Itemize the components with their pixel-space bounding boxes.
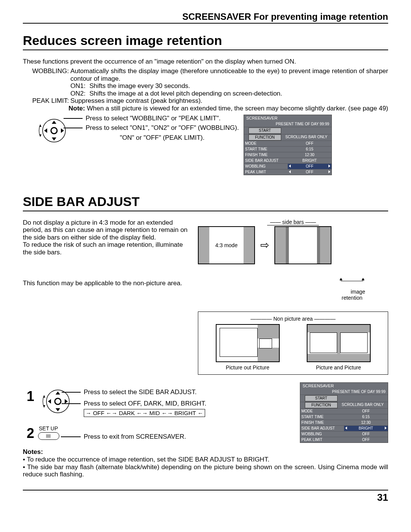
sba-para-1: Do not display a picture in 4:3 mode for… bbox=[23, 219, 190, 241]
note-label: Note: bbox=[68, 105, 85, 112]
non-picture-box: ———— Non picture area ———— Picture out P… bbox=[198, 312, 388, 375]
sba-para-2: To reduce the risk of such an image rete… bbox=[23, 241, 190, 256]
step2-line: Press to exit from SCREENSAVER. bbox=[84, 433, 186, 440]
peak-label: PEAK LIMIT: bbox=[30, 97, 70, 105]
svg-marker-20 bbox=[43, 405, 45, 407]
non-picture-label: Non picture area bbox=[273, 316, 313, 322]
note-text: When a still picture is viewed for an ex… bbox=[85, 105, 388, 112]
svg-marker-12 bbox=[362, 278, 365, 280]
mode-43-label: 4:3 mode bbox=[215, 242, 237, 248]
svg-marker-17 bbox=[48, 399, 51, 404]
dial-instruction-1: Press to select "WOBBLING" or "PEAK LIMI… bbox=[86, 115, 244, 122]
dial-instruction-2: Press to select "ON1", "ON2" or "OFF" (W… bbox=[86, 124, 244, 132]
svg-marker-16 bbox=[56, 408, 60, 411]
wobbling-label: WOBBLING: bbox=[30, 67, 70, 97]
step1-line1: Press to select the SIDE BAR ADJUST. bbox=[84, 388, 292, 396]
step-2-num: 2 bbox=[23, 425, 38, 441]
screen-43-mode: 4:3 mode bbox=[198, 226, 255, 264]
step1-sequence: → OFF ←→ DARK ←→ MID ←→ BRIGHT ← bbox=[84, 409, 205, 417]
svg-marker-2 bbox=[52, 121, 56, 124]
dial-icon bbox=[38, 116, 72, 145]
note-row: Note: When a still picture is viewed for… bbox=[68, 105, 388, 112]
image-retention-label: image retention bbox=[342, 289, 365, 301]
page-header: SCREENSAVER For preventing image retenti… bbox=[23, 11, 388, 24]
arrow-icon: ⇨ bbox=[260, 239, 269, 251]
setup-button-icon bbox=[38, 432, 59, 440]
svg-marker-19 bbox=[43, 395, 45, 398]
setup-label: SET UP bbox=[39, 425, 84, 431]
screen-pop bbox=[216, 324, 280, 362]
page-number: 31 bbox=[23, 492, 388, 503]
peak-desc: Suppresses image contrast (peak brightne… bbox=[70, 97, 388, 105]
on2-label: ON2: bbox=[70, 90, 89, 97]
svg-marker-6 bbox=[39, 125, 41, 127]
note-item: To reduce the occurrence of image retent… bbox=[23, 456, 388, 463]
svg-point-1 bbox=[51, 128, 57, 134]
sba-para-3: This function may be applicable to the n… bbox=[23, 280, 190, 287]
svg-point-14 bbox=[55, 398, 61, 404]
wobbling-desc: Automatically shifts the display image (… bbox=[70, 67, 388, 82]
footer-rule bbox=[23, 490, 388, 490]
intro-text: These functions prevent the occurrence o… bbox=[23, 58, 388, 66]
side-bars-label: side bars bbox=[282, 219, 304, 225]
screen-retention bbox=[274, 226, 331, 264]
svg-marker-5 bbox=[61, 128, 64, 133]
svg-marker-3 bbox=[52, 137, 56, 141]
on2-desc: Shifts the image at a dot level pitch de… bbox=[89, 90, 282, 97]
wobbling-def: WOBBLING: Automatically shifts the displ… bbox=[30, 67, 388, 97]
pap-label: Picture and Picture bbox=[307, 364, 371, 371]
osd-panel-1: SCREENSAVERPRESENT TIME OF DAY 99:99STAR… bbox=[244, 115, 332, 175]
pointer-icon bbox=[339, 278, 365, 283]
step-1-num: 1 bbox=[23, 388, 38, 417]
svg-marker-7 bbox=[39, 134, 41, 137]
screen-pap bbox=[307, 324, 371, 362]
svg-marker-15 bbox=[56, 391, 60, 395]
heading-reduces: Reduces screen image retention bbox=[23, 33, 388, 50]
peak-def: PEAK LIMIT: Suppresses image contrast (p… bbox=[30, 97, 388, 105]
on1-desc: Shifts the image every 30 seconds. bbox=[89, 82, 190, 90]
pop-label: Picture out Picture bbox=[216, 364, 280, 371]
notes-heading: Notes: bbox=[23, 448, 388, 456]
heading-sidebar: SIDE BAR ADJUST bbox=[23, 194, 388, 211]
on1-label: ON1: bbox=[70, 82, 89, 90]
step1-line2: Press to select OFF, DARK, MID, BRIGHT. bbox=[84, 400, 292, 407]
svg-marker-4 bbox=[44, 128, 47, 133]
note-item: The side bar may flash (alternate black/… bbox=[23, 463, 388, 478]
dial-instruction-3: "ON" or "OFF" (PEAK LIMIT). bbox=[120, 134, 244, 142]
svg-marker-9 bbox=[339, 278, 342, 280]
dial-icon bbox=[42, 386, 76, 417]
notes-list: To reduce the occurrence of image retent… bbox=[23, 456, 388, 478]
osd-panel-2: SCREENSAVERPRESENT TIME OF DAY 99:99STAR… bbox=[300, 382, 388, 443]
